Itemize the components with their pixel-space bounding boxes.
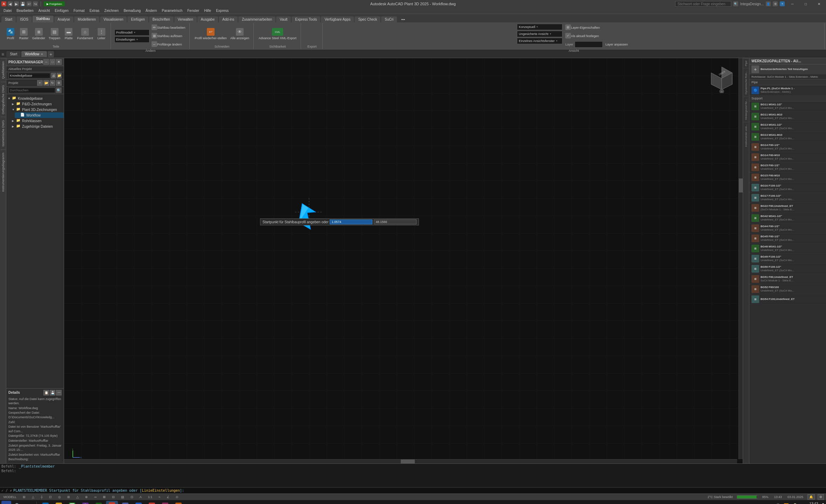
menu-bemasssung[interactable]: Bemaßung: [121, 8, 143, 14]
ribbon-btn-leiter[interactable]: ⋮ Leiter: [95, 27, 108, 41]
right-item-bg11-m10[interactable]: ▦ BG11 MS41-M10 Undefined_ET (SuCri Mo..…: [749, 112, 826, 122]
right-item-bg48-ms41[interactable]: ▦ BG48 MS41-1/2" Undefined_ET (SuCri Mo.…: [749, 244, 826, 254]
tab-express-tools[interactable]: Express Tools: [292, 16, 320, 22]
quick-access-undo[interactable]: ↩: [27, 1, 31, 6]
status-ortho[interactable]: ┼: [39, 495, 44, 499]
tab-visualisieren[interactable]: Visualisieren: [100, 16, 127, 22]
right-item-bg11-ms41[interactable]: ▦ BG11 MS41-1/2" Undefined_ET (SuCri Mo.…: [749, 102, 826, 112]
scrollbar-thumb-v[interactable]: [739, 178, 743, 192]
tab-stahlbau[interactable]: Stahlbau: [33, 16, 53, 22]
taskbar-taskview-btn[interactable]: ⊟: [24, 501, 34, 504]
status-misc2[interactable]: ∠: [165, 495, 171, 499]
quick-access-1[interactable]: ◀: [8, 1, 13, 6]
user-icon[interactable]: 👤: [766, 1, 771, 6]
ribbon-btn-stahlbau-aufloesen[interactable]: ⊠ Stahlbau auflösen: [150, 32, 187, 40]
status-ann[interactable]: A: [138, 495, 143, 499]
einzelnes-combo[interactable]: Einzelnes Ansichtsfenster ▾: [517, 38, 562, 44]
tree-item-pid[interactable]: ▶ 📁 P&ID-Zeichnungen: [10, 101, 64, 107]
taskbar-app1[interactable]: 📊: [66, 501, 78, 504]
status-1-1[interactable]: 1:1: [147, 495, 154, 499]
tab-sucri[interactable]: SuCri: [381, 16, 397, 22]
right-item-bg52-f80[interactable]: ▦ BG52 F80/100 Undefined_ET (SuCri Mo...: [749, 284, 826, 294]
tree-item-knowledgebase[interactable]: ▼ 📁 Knowledgebase: [6, 96, 64, 101]
ribbon-btn-alle-anzeigen[interactable]: 👁 Alle anzeigen: [229, 27, 251, 41]
ribbon-btn-fundament[interactable]: ⌂ Fundament: [76, 27, 94, 41]
side-panel-tab-pipe[interactable]: Pipe: [744, 58, 748, 68]
nav-cube[interactable]: OBEN ⊙: [708, 65, 736, 93]
menu-parametrisch[interactable]: Parametrisch: [160, 8, 184, 14]
taskbar-word[interactable]: W: [133, 501, 145, 504]
tree-item-rohrklassen[interactable]: ▶ 📁 Rohrklassen: [10, 118, 64, 124]
tab-beschriften[interactable]: Beschriften: [149, 16, 174, 22]
right-item-bg51-f80[interactable]: ▦ BG51 F80,Undefined_ET SuCri Module 1 -…: [749, 274, 826, 284]
right-item-add-custom[interactable]: + Benutzerdefiniertes Teil hinzufügen: [749, 64, 826, 75]
settings-icon[interactable]: ⚙: [773, 1, 778, 6]
side-panel-tab-dynamic[interactable]: Dynamische Roh...: [744, 68, 748, 97]
right-item-bg44-f80[interactable]: ▦ BG44 F80-1/2" Undefined_ET (SuCri Mo..…: [749, 223, 826, 233]
tab-modellieren[interactable]: Modellieren: [74, 16, 99, 22]
menu-hilfe[interactable]: Hilfe: [202, 8, 213, 14]
menu-extras[interactable]: Extras: [88, 8, 102, 14]
tab-zusammenarbeiten[interactable]: Zusammenarbeiten: [238, 16, 275, 22]
doc-tab-workflow[interactable]: Workflow ✕: [21, 51, 47, 57]
status-osnap[interactable]: ◎: [57, 495, 62, 499]
ribbon-btn-profileange-aendern[interactable]: ↔ Profilänge ändern: [150, 41, 187, 48]
right-item-bg42-ms41[interactable]: ▦ BG42 MS41-1/2" Undefined_ET (SuCri Mo.…: [749, 213, 826, 223]
side-tab-quelldateien[interactable]: Quelldateien: [1, 58, 6, 82]
search-button[interactable]: 🔍: [733, 1, 738, 6]
right-item-bg45-f80[interactable]: ▦ BG45 F80-1/2" Undefined_ET (SuCri Mo..…: [749, 233, 826, 244]
taskbar-teams[interactable]: T: [119, 501, 131, 504]
side-tab-instrumentierung[interactable]: Instrumentierungsdiagramm: [1, 149, 6, 195]
ribbon-btn-profil[interactable]: 🔩 Profil: [4, 27, 17, 41]
share-icon[interactable]: ▶ Freigeben: [44, 1, 65, 6]
tab-apps[interactable]: Verfügbare Apps: [321, 16, 354, 22]
right-item-bg22-f80[interactable]: ▦ BG22 F80,Undefined_ET (SuCri Module 1 …: [749, 203, 826, 213]
right-item-bg14-f80[interactable]: ▦ BG14 F80-1/2" Undefined_ET (SuCri Mo..…: [749, 142, 826, 152]
status-notification[interactable]: 🔔: [807, 494, 815, 500]
konzeptuell-combo[interactable]: Konzeptuell ▾: [517, 24, 562, 30]
search-button[interactable]: 🔍: [56, 88, 62, 93]
status-sc[interactable]: ⊟: [111, 495, 116, 499]
canvas-scrollbar-vertical[interactable]: [738, 58, 743, 459]
ribbon-btn-advance-steel-xml[interactable]: XML Advance Steel XML-Export: [257, 27, 298, 41]
right-item-bg14-m10[interactable]: ▦ BG14 F80-M10 Undefined_ET (SuCri Mo...: [749, 152, 826, 162]
layer-input[interactable]: [575, 41, 603, 48]
taskbar-app-orange[interactable]: 🔧: [173, 501, 184, 504]
menu-zeichnen[interactable]: Zeichnen: [102, 8, 121, 14]
project-select-input[interactable]: [8, 73, 50, 78]
taskbar-edge[interactable]: e: [40, 501, 51, 504]
project-open[interactable]: 📂: [43, 80, 49, 86]
scrollbar-thumb-h[interactable]: [401, 460, 415, 463]
status-misc3[interactable]: ⊙: [174, 495, 180, 499]
status-settings[interactable]: ⚙: [818, 494, 824, 500]
ribbon-btn-raster[interactable]: ⊞ Raster: [18, 27, 30, 41]
status-lw[interactable]: ═: [93, 495, 98, 499]
tab-addins[interactable]: Add-ins: [219, 16, 238, 22]
profilmodell-combo[interactable]: Profilmodell ▾: [114, 29, 149, 36]
menu-format[interactable]: Format: [71, 8, 87, 14]
taskbar-search-btn[interactable]: 🔍: [13, 501, 22, 504]
doc-tab-start[interactable]: Start: [6, 51, 21, 57]
project-settings[interactable]: ⚙: [56, 80, 62, 86]
pm-action-3[interactable]: ✕: [56, 59, 62, 65]
tab-vault[interactable]: Vault: [276, 16, 291, 22]
help-icon[interactable]: ?: [780, 1, 785, 6]
side-panel-tab-hintergrund[interactable]: Hintergrund für...: [744, 97, 748, 122]
status-grid[interactable]: ⊞: [21, 495, 27, 499]
side-panel-tab-instrumente[interactable]: Instrumente und...: [744, 122, 748, 149]
ribbon-btn-gelaender[interactable]: ≣ Geländer: [31, 27, 47, 41]
maximize-button[interactable]: □: [800, 0, 811, 8]
tab-start[interactable]: Start: [1, 16, 16, 22]
taskbar-explorer[interactable]: 📁: [53, 501, 65, 504]
project-new[interactable]: +: [37, 80, 43, 86]
right-item-bg15-f80[interactable]: ▦ BG15 F80-1/2" Undefined_ET (SuCri Mo..…: [749, 162, 826, 173]
project-print[interactable]: 🖨: [51, 73, 56, 78]
right-item-bg15-m10[interactable]: ▦ BG15 F80-M10 Undefined_ET (SuCri Mo...: [749, 173, 826, 183]
right-item-bg13-m10[interactable]: ▦ BG13 MS41-M10 Undefined_ET (SuCri Mo..…: [749, 132, 826, 142]
status-sel[interactable]: ⊡: [129, 495, 135, 499]
tree-item-plant3d[interactable]: ▼ 📁 Plant 3D-Zeichnungen: [10, 107, 64, 112]
details-save[interactable]: 💾: [50, 390, 55, 396]
taskbar-app2[interactable]: 📋: [79, 501, 91, 504]
menu-ansicht[interactable]: Ansicht: [36, 8, 52, 14]
coordinate-y-input[interactable]: [374, 219, 416, 224]
